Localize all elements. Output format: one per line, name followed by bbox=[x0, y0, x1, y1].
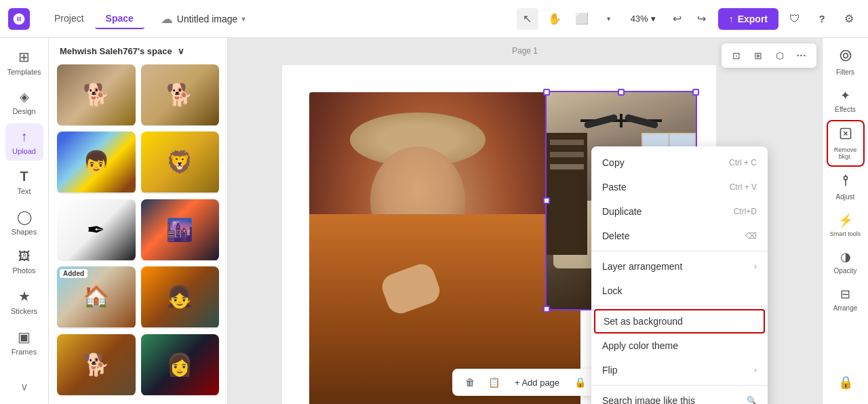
ctx-flip[interactable]: Flip › bbox=[591, 358, 768, 382]
item-label: garrett-jackson-UKx... bbox=[57, 193, 136, 193]
item-label: fi-dogs-CnIlR5H9l4s... bbox=[141, 125, 220, 126]
ctx-divider-3 bbox=[591, 385, 768, 386]
left-icon-strip: ⊞ Templates ◈ Design ↑ Upload T Text ◯ S… bbox=[0, 38, 49, 404]
space-chevron: ∨ bbox=[178, 46, 184, 56]
right-filters[interactable]: Filters bbox=[827, 43, 865, 81]
canva-logo[interactable] bbox=[8, 8, 30, 30]
sidebar-item-templates[interactable]: ⊞ Templates bbox=[5, 43, 43, 81]
stickers-label: Stickers bbox=[11, 307, 37, 315]
right-adjust[interactable]: Adjust bbox=[827, 168, 865, 206]
sidebar-item-upload[interactable]: ↑ Upload bbox=[5, 123, 43, 161]
ctx-delete-label: Delete bbox=[602, 230, 629, 241]
frames-label: Frames bbox=[12, 348, 37, 356]
left-panel: Mehwish Saleh767's space ∨ 🐕 Generated 🐕… bbox=[49, 38, 228, 404]
sidebar-item-text[interactable]: T Text bbox=[5, 163, 43, 201]
sidebar-item-photos[interactable]: 🖼 Photos bbox=[5, 244, 43, 280]
ctx-set-background[interactable]: Set as background bbox=[594, 309, 765, 334]
svg-point-5 bbox=[844, 176, 847, 180]
ctx-apply-color-theme[interactable]: Apply color theme bbox=[591, 334, 768, 358]
right-opacity[interactable]: ◑ Opacity bbox=[827, 244, 865, 280]
shield-button[interactable]: 🛡 bbox=[784, 8, 806, 30]
item-label: image.png bbox=[141, 193, 220, 193]
opacity-label: Opacity bbox=[834, 267, 857, 275]
title-dropdown-icon[interactable]: ▾ bbox=[241, 14, 245, 24]
hand-tool[interactable]: ✋ bbox=[544, 8, 566, 30]
filters-icon bbox=[839, 49, 852, 66]
ctx-divider-2 bbox=[591, 306, 768, 306]
lock-button[interactable]: 🔒 bbox=[835, 371, 856, 393]
adjust-label: Adjust bbox=[836, 193, 855, 201]
frame-tool-dropdown[interactable]: ▾ bbox=[598, 8, 620, 30]
lock-page-button[interactable]: 🔒 bbox=[570, 373, 589, 392]
sidebar-item-stickers[interactable]: ★ Stickers bbox=[5, 283, 43, 321]
sidebar-item-design[interactable]: ◈ Design bbox=[5, 84, 43, 121]
add-page-label: + Add page bbox=[515, 378, 559, 388]
item-thumbnail: 🐕 bbox=[141, 64, 220, 125]
text-label: Text bbox=[17, 187, 31, 195]
delete-button[interactable]: 🗑 bbox=[460, 373, 479, 392]
more-options-btn[interactable]: ··· bbox=[792, 46, 811, 65]
ctx-search-image[interactable]: Search image like this 🔍 bbox=[591, 388, 768, 404]
ctx-duplicate[interactable]: Duplicate Ctrl+D bbox=[591, 199, 768, 224]
add-page-button[interactable]: + Add page bbox=[509, 375, 565, 390]
nav-space[interactable]: Space bbox=[95, 9, 144, 29]
right-remove-bg[interactable]: Remove bkgr. bbox=[827, 120, 865, 167]
photos-label: Photos bbox=[12, 266, 35, 275]
cursor-tool[interactable]: ↖ bbox=[517, 8, 538, 30]
item-thumbnail: 🐕 bbox=[57, 64, 136, 125]
help-button[interactable]: ? bbox=[811, 8, 833, 30]
main-area: ⊞ Templates ◈ Design ↑ Upload T Text ◯ S… bbox=[0, 38, 868, 404]
frame-tool[interactable]: ⬜ bbox=[571, 8, 593, 30]
frame-select-tool[interactable]: ⬡ bbox=[770, 46, 789, 65]
list-item[interactable]: Added 🏠 bernd-gruber-42vzB... bbox=[57, 266, 136, 328]
space-selector[interactable]: Mehwish Saleh767's space ∨ bbox=[60, 46, 184, 56]
ctx-copy[interactable]: Copy Ctrl + C bbox=[591, 150, 768, 175]
undo-button[interactable]: ↩ bbox=[667, 8, 688, 30]
effects-label: Effects bbox=[835, 106, 855, 113]
list-item[interactable]: 🌆 julius-carmine-vipGd... bbox=[141, 199, 220, 261]
canvas-area[interactable]: Page 1 ⊡ ⊞ ⬡ ··· bbox=[228, 38, 822, 404]
ctx-delete-shortcut: ⌫ bbox=[745, 231, 757, 241]
ctx-search-label: Search image like this bbox=[602, 395, 695, 404]
templates-label: Templates bbox=[7, 68, 41, 76]
list-item[interactable]: ✒ image.png bbox=[57, 199, 136, 261]
right-arrange[interactable]: ⊟ Arrange bbox=[827, 281, 865, 317]
ctx-delete[interactable]: Delete ⌫ bbox=[591, 224, 768, 248]
nav-project[interactable]: Project bbox=[43, 9, 95, 29]
sidebar-item-shapes[interactable]: ◯ Shapes bbox=[5, 203, 43, 241]
ctx-layer-label: Layer arrangement bbox=[602, 261, 682, 272]
redo-button[interactable]: ↪ bbox=[691, 8, 713, 30]
list-item[interactable]: 🐕 fi-dogs-CnIlR5H9l4s... bbox=[141, 64, 220, 126]
list-item[interactable]: 👦 garrett-jackson-UKx... bbox=[57, 132, 136, 193]
list-item[interactable]: 🐕 janosch-diggelmann... bbox=[57, 334, 136, 396]
grid-tool[interactable]: ⊞ bbox=[749, 46, 768, 65]
copy-page-button[interactable]: 📋 bbox=[485, 373, 504, 392]
ctx-lock[interactable]: Lock bbox=[591, 279, 768, 303]
crop-tool[interactable]: ⊡ bbox=[727, 46, 746, 65]
item-label: julius-carmine-vipGd... bbox=[141, 260, 220, 261]
effects-icon: ✦ bbox=[840, 88, 850, 103]
svg-point-1 bbox=[840, 51, 850, 61]
settings-button[interactable]: ⚙ bbox=[838, 8, 860, 30]
right-effects[interactable]: ✦ Effects bbox=[827, 83, 865, 119]
right-smart-tools[interactable]: ⚡ Smart tools bbox=[827, 207, 865, 243]
upload-label: Upload bbox=[12, 147, 36, 155]
shapes-icon: ◯ bbox=[17, 209, 32, 225]
strip-expand[interactable]: ∨ bbox=[15, 375, 34, 399]
ctx-layer-arrangement[interactable]: Layer arrangement › bbox=[591, 254, 768, 279]
sidebar-item-frames[interactable]: ▣ Frames bbox=[5, 323, 43, 361]
export-button[interactable]: ↑ Export bbox=[718, 8, 778, 30]
document-title[interactable]: Untitled image bbox=[177, 14, 238, 24]
list-item[interactable]: 🦁 image.png bbox=[141, 132, 220, 193]
ctx-lock-label: Lock bbox=[602, 285, 623, 296]
export-icon: ↑ bbox=[729, 14, 734, 24]
list-item[interactable]: 👩 amir-abbaspoor-mIN... bbox=[141, 334, 220, 396]
list-item[interactable]: 👧 Untitled image (4).jp... bbox=[141, 266, 220, 328]
ctx-flip-arrow: › bbox=[754, 365, 757, 375]
zoom-control[interactable]: 43% ▾ bbox=[625, 11, 661, 26]
list-item[interactable]: 🐕 Generated bbox=[57, 64, 136, 126]
topbar: Project Space ☁ Untitled image ▾ ↖ ✋ ⬜ ▾… bbox=[0, 0, 868, 38]
item-thumbnail: 🦁 bbox=[141, 132, 220, 193]
woman-element[interactable] bbox=[309, 92, 580, 404]
ctx-paste[interactable]: Paste Ctrl + V bbox=[591, 175, 768, 199]
